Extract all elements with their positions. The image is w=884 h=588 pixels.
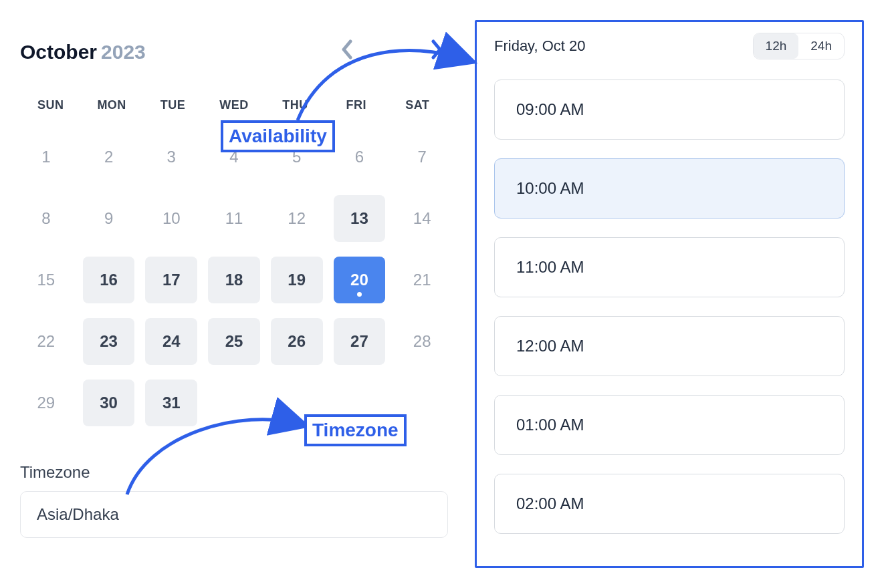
calendar-day-number: 27 (350, 332, 368, 351)
calendar-day[interactable]: 13 (334, 195, 386, 242)
timeslots-header: Friday, Oct 20 12h 24h (494, 33, 845, 59)
calendar-day-number: 9 (104, 209, 113, 228)
weekday-header: MON (81, 90, 142, 120)
calendar-day[interactable]: 24 (145, 318, 197, 365)
timezone-select[interactable]: Asia/Dhaka (20, 491, 448, 538)
calendar-day-number: 20 (350, 271, 368, 289)
calendar-day-number: 21 (413, 271, 431, 289)
timeslot-button[interactable]: 02:00 AM (494, 474, 845, 534)
timezone-value: Asia/Dhaka (37, 505, 119, 523)
timeslot-button[interactable]: 11:00 AM (494, 237, 845, 297)
calendar-grid: 1234567891011121314151617181920212223242… (20, 134, 448, 426)
calendar-day-number: 19 (288, 271, 306, 289)
calendar-day-number: 30 (100, 394, 118, 412)
timeslot-button[interactable]: 01:00 AM (494, 395, 845, 455)
chevron-right-icon (431, 39, 443, 59)
weekday-header: TUE (142, 90, 203, 120)
calendar-day-number: 8 (41, 209, 50, 228)
calendar-day-number: 18 (225, 271, 243, 289)
calendar-year: 2023 (101, 41, 146, 63)
next-month-button[interactable] (425, 37, 448, 67)
calendar-day[interactable]: 27 (334, 318, 386, 365)
timeslot-button[interactable]: 10:00 AM (494, 158, 845, 218)
timeslot-button[interactable]: 09:00 AM (494, 80, 845, 140)
calendar-day: 15 (20, 257, 72, 303)
calendar-header: October2023 (20, 37, 448, 67)
selected-date-label: Friday, Oct 20 (494, 37, 586, 55)
calendar-day-number: 5 (292, 148, 301, 166)
calendar-day[interactable]: 20 (334, 257, 386, 303)
calendar-day-number: 3 (167, 148, 176, 166)
calendar-day: 14 (396, 195, 448, 242)
weekday-header: SUN (20, 90, 81, 120)
calendar-day: 8 (20, 195, 72, 242)
calendar-day-number: 12 (288, 209, 306, 228)
calendar-day[interactable]: 23 (83, 318, 135, 365)
calendar-day-number: 29 (37, 394, 56, 412)
calendar-day-number: 22 (37, 332, 56, 351)
calendar-day[interactable]: 17 (145, 257, 197, 303)
weekday-header-row: SUNMONTUEWEDTHUFRISAT (20, 90, 448, 120)
calendar-day[interactable]: 19 (271, 257, 323, 303)
calendar-day-number: 23 (100, 332, 118, 351)
calendar-day-number: 4 (229, 148, 238, 166)
calendar-day: 3 (145, 134, 197, 180)
timeslot-button[interactable]: 12:00 AM (494, 316, 845, 376)
calendar-day: 28 (396, 318, 448, 365)
calendar-day[interactable]: 31 (145, 380, 197, 426)
calendar-day[interactable]: 16 (83, 257, 135, 303)
calendar-day-number: 17 (162, 271, 181, 289)
calendar-day: 9 (83, 195, 135, 242)
calendar-day[interactable]: 25 (208, 318, 260, 365)
weekday-header: SAT (387, 90, 448, 120)
calendar-day: 12 (271, 195, 323, 242)
selected-day-dot-icon (357, 292, 362, 297)
calendar-nav (336, 37, 448, 67)
format-24h-button[interactable]: 24h (798, 33, 844, 59)
calendar-day: 4 (208, 134, 260, 180)
timeslots-panel: Friday, Oct 20 12h 24h 09:00 AM10:00 AM1… (475, 20, 864, 568)
calendar-day: 10 (145, 195, 197, 242)
calendar-day-number: 26 (288, 332, 306, 351)
calendar-day: 6 (334, 134, 386, 180)
calendar-day-number: 24 (162, 332, 181, 351)
calendar-panel: October2023 SUNMONTUEWEDTHUFRISAT 123456… (20, 20, 448, 568)
calendar-day-number: 14 (413, 209, 431, 228)
calendar-day-number: 13 (350, 209, 368, 228)
calendar-day[interactable]: 30 (83, 380, 135, 426)
prev-month-button[interactable] (336, 37, 358, 67)
calendar-day-number: 28 (413, 332, 431, 351)
calendar-day: 2 (83, 134, 135, 180)
calendar-day-number: 10 (162, 209, 181, 228)
timezone-label: Timezone (20, 463, 448, 482)
calendar-day-number: 31 (162, 394, 181, 412)
weekday-header: THU (265, 90, 326, 120)
calendar-day-number: 11 (225, 209, 243, 228)
calendar-month: October (20, 41, 97, 63)
calendar-day: 22 (20, 318, 72, 365)
calendar-day: 21 (396, 257, 448, 303)
calendar-day: 5 (271, 134, 323, 180)
chevron-left-icon (341, 39, 353, 59)
calendar-day: 11 (208, 195, 260, 242)
calendar-day[interactable]: 26 (271, 318, 323, 365)
weekday-header: WED (203, 90, 264, 120)
calendar-day: 29 (20, 380, 72, 426)
format-12h-button[interactable]: 12h (754, 33, 799, 59)
calendar-day: 1 (20, 134, 72, 180)
timezone-section: Timezone Asia/Dhaka (20, 463, 448, 538)
calendar-day-number: 7 (417, 148, 426, 166)
calendar-day-number: 1 (41, 148, 50, 166)
calendar-day: 7 (396, 134, 448, 180)
calendar-day-number: 6 (355, 148, 364, 166)
calendar-day-number: 2 (104, 148, 113, 166)
calendar-day[interactable]: 18 (208, 257, 260, 303)
calendar-day-number: 16 (100, 271, 118, 289)
weekday-header: FRI (326, 90, 386, 120)
calendar-title: October2023 (20, 41, 146, 63)
calendar-day-number: 25 (225, 332, 243, 351)
calendar-day-number: 15 (37, 271, 56, 289)
time-format-toggle: 12h 24h (753, 33, 845, 59)
timeslot-list: 09:00 AM10:00 AM11:00 AM12:00 AM01:00 AM… (494, 80, 845, 534)
